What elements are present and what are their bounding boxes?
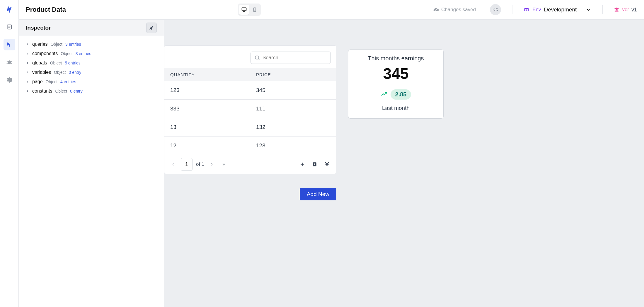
earnings-subtitle: Last month (382, 105, 410, 111)
trend-up-icon (381, 91, 388, 99)
mobile-view-button[interactable] (250, 5, 260, 15)
user-avatar[interactable]: KR (490, 4, 501, 15)
cell-quantity: 123 (164, 81, 250, 99)
earnings-value: 345 (383, 66, 409, 81)
env-icon: {x} (524, 7, 529, 13)
tree-item-type: Object (55, 89, 67, 93)
tree-row[interactable]: componentsObject3 entries (19, 49, 164, 58)
page-title: Product Data (26, 6, 66, 13)
svg-point-23 (326, 164, 328, 166)
column-price[interactable]: PRICE (250, 68, 336, 81)
svg-point-3 (8, 61, 11, 64)
tree-item-entries: 3 entries (65, 42, 81, 47)
inspector-panel: Inspector queriesObject3 entriescomponen… (19, 20, 164, 307)
svg-line-8 (11, 63, 12, 64)
debug-nav-icon[interactable] (4, 56, 15, 68)
cloud-check-icon (433, 7, 439, 13)
svg-point-18 (255, 56, 259, 59)
env-selector[interactable]: {x} Env Development (524, 6, 591, 13)
tree-item-name: queries (32, 42, 47, 47)
tree-item-entries: 5 entries (65, 61, 81, 65)
tree-row[interactable]: queriesObject3 entries (19, 40, 164, 49)
pin-button[interactable] (146, 23, 157, 33)
table-row[interactable]: 123345 (164, 81, 336, 100)
download-button[interactable] (310, 160, 319, 169)
version-label: ver (622, 7, 629, 13)
left-rail (0, 0, 19, 307)
env-label: Env (532, 7, 541, 13)
canvas: QUANTITY PRICE 1233453331111313212123 of… (164, 20, 644, 307)
tree-item-entries: 4 entries (60, 79, 76, 84)
search-input[interactable] (263, 55, 327, 61)
svg-text:{x}: {x} (525, 8, 528, 11)
visibility-button[interactable] (323, 160, 331, 169)
tree-item-entries: 0 entry (70, 89, 83, 93)
add-new-button[interactable]: Add New (300, 188, 336, 200)
tree-row[interactable]: globalsObject5 entries (19, 58, 164, 68)
table-body: 1233453331111313212123 (164, 81, 336, 155)
tree-item-type: Object (61, 51, 72, 56)
earnings-title: This months earnings (368, 55, 424, 62)
page-of-label: of 1 (196, 161, 204, 167)
tree-item-name: page (32, 79, 43, 84)
data-table-card: QUANTITY PRICE 1233453331111313212123 of… (164, 45, 336, 174)
pages-nav-icon[interactable] (4, 21, 15, 33)
search-box[interactable] (251, 52, 331, 64)
save-status: Changes saved (433, 7, 476, 13)
svg-line-26 (328, 162, 329, 163)
version-value: v1 (631, 7, 637, 13)
tree-item-name: constants (32, 88, 52, 94)
app-logo[interactable] (4, 4, 15, 15)
cell-price: 111 (250, 100, 336, 118)
tree-item-type: Object (54, 70, 66, 75)
env-value: Development (544, 6, 577, 13)
tree-item-type: Object (46, 79, 57, 84)
cell-price: 123 (250, 137, 336, 155)
tree-item-name: globals (32, 60, 47, 66)
earnings-card: This months earnings 345 2.85 Last month (348, 50, 444, 119)
svg-line-6 (11, 61, 12, 62)
chevron-right-icon (26, 90, 29, 93)
chevron-right-icon (26, 71, 29, 74)
tree-item-entries: 0 entry (69, 70, 81, 75)
add-row-button[interactable] (298, 160, 307, 169)
tree-item-name: variables (32, 70, 51, 75)
desktop-view-button[interactable] (239, 5, 249, 15)
tree-item-type: Object (50, 61, 62, 65)
chevron-right-icon (26, 52, 29, 55)
page-last-button[interactable] (219, 160, 228, 168)
page-prev-button[interactable] (169, 160, 177, 168)
inspector-title: Inspector (26, 25, 51, 31)
version-selector[interactable]: ver v1 (614, 7, 637, 13)
table-footer: of 1 (164, 155, 336, 174)
table-row[interactable]: 12123 (164, 137, 336, 155)
svg-point-13 (255, 11, 255, 11)
inspector-nav-icon[interactable] (4, 39, 15, 50)
topbar: Product Data Changes saved KR {x} (19, 0, 644, 20)
tree-item-type: Object (50, 42, 62, 47)
layers-icon (614, 7, 620, 13)
column-quantity[interactable]: QUANTITY (164, 68, 250, 81)
settings-nav-icon[interactable] (4, 74, 15, 86)
chevron-right-icon (26, 62, 29, 64)
cell-price: 345 (250, 81, 336, 99)
svg-line-7 (6, 63, 7, 64)
tree-row[interactable]: variablesObject0 entry (19, 68, 164, 77)
divider (602, 5, 603, 14)
svg-line-19 (258, 59, 260, 60)
tree-item-name: components (32, 51, 58, 56)
tree-row[interactable]: constantsObject0 entry (19, 86, 164, 96)
chevron-right-icon (26, 80, 29, 83)
table-row[interactable]: 13132 (164, 118, 336, 137)
divider (512, 5, 512, 14)
earnings-delta: 2.85 (391, 89, 411, 100)
table-row[interactable]: 333111 (164, 100, 336, 118)
tree-row[interactable]: pageObject4 entries (19, 77, 164, 86)
page-input[interactable] (181, 158, 192, 171)
tree-item-entries: 3 entries (76, 51, 91, 56)
save-status-text: Changes saved (441, 7, 476, 13)
svg-line-24 (326, 162, 326, 163)
page-next-button[interactable] (208, 160, 216, 168)
table-header: QUANTITY PRICE (164, 68, 336, 81)
svg-marker-17 (614, 10, 619, 12)
